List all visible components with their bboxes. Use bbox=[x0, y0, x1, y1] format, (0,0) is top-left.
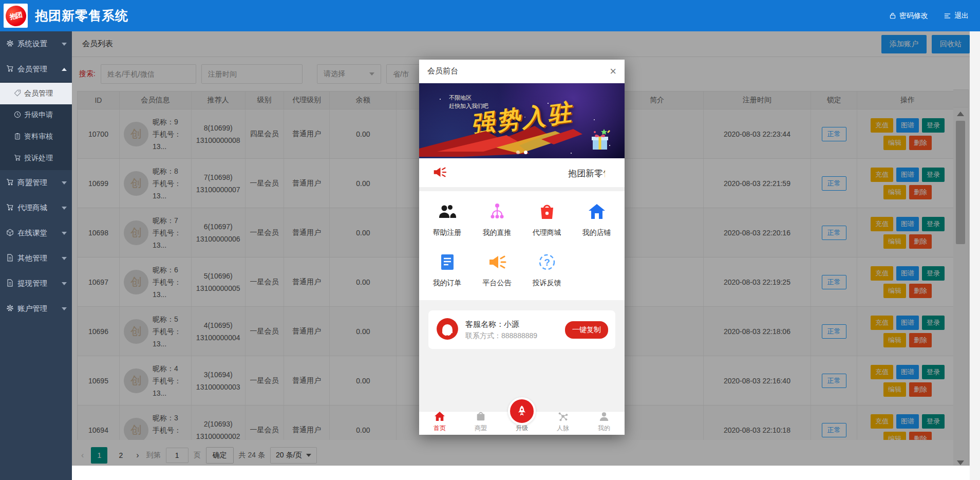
network-icon bbox=[487, 201, 507, 224]
promo-banner[interactable]: 不限地区 赶快加入我们吧 强势入驻 bbox=[419, 83, 625, 158]
shopping-bag-icon bbox=[475, 411, 486, 423]
modal-bottom-nav: 首页 商盟 升级 人脉 我的 bbox=[419, 411, 625, 435]
sidebar-item-withdrawal-management[interactable]: 提现管理 bbox=[0, 271, 72, 296]
sidebar: 系统设置 会员管理 会员管理 升级申请 资料审核 投诉处理 商盟管理 代理商城 bbox=[0, 31, 72, 480]
notice-text: 抱团新零售系统 bbox=[568, 168, 605, 179]
sidebar-subitem-data-review[interactable]: 资料审核 bbox=[0, 126, 72, 147]
sidebar-item-member-management[interactable]: 会员管理 bbox=[0, 57, 72, 82]
close-icon[interactable]: × bbox=[610, 66, 616, 77]
nav-item-alliance[interactable]: 商盟 bbox=[460, 412, 501, 435]
cart-icon bbox=[6, 204, 14, 213]
change-password-button[interactable]: 密码修改 bbox=[889, 11, 928, 21]
sidebar-subitem-complaint-handling[interactable]: 投诉处理 bbox=[0, 147, 72, 169]
menu-label: 平台公告 bbox=[483, 279, 512, 288]
menu-item-my-direct-push[interactable]: 我的直推 bbox=[472, 201, 522, 237]
sidebar-label: 系统设置 bbox=[17, 39, 47, 49]
change-password-label: 密码修改 bbox=[899, 11, 928, 21]
question-mark-icon: ? bbox=[537, 252, 557, 274]
app-header: 抱团 抱团新零售系统 密码修改 退出 bbox=[0, 0, 980, 31]
sidebar-item-system-settings[interactable]: 系统设置 bbox=[0, 31, 72, 57]
cart-icon bbox=[6, 178, 14, 188]
page-scrollbar-track[interactable] bbox=[970, 31, 980, 480]
file-icon bbox=[6, 254, 14, 263]
sidebar-item-alliance-management[interactable]: 商盟管理 bbox=[0, 170, 72, 195]
menu-item-help-register[interactable]: 帮助注册 bbox=[422, 201, 472, 237]
cart-icon bbox=[6, 65, 14, 74]
shopping-bag-icon bbox=[537, 201, 557, 224]
chevron-down-icon bbox=[62, 181, 67, 184]
menu-item-my-shop[interactable]: 我的店铺 bbox=[572, 201, 621, 237]
logout-label: 退出 bbox=[954, 11, 969, 21]
menu-item-platform-announcement[interactable]: 平台公告 bbox=[472, 252, 522, 288]
quick-menu: 帮助注册 我的直推 代理商城 我的店铺 我的订单 平台公告 ? 投诉反馈 bbox=[419, 191, 625, 300]
member-frontend-modal: 会员前台 × 不限地区 赶快加入我们吧 强势入驻 抱团新零售系统 bbox=[419, 60, 625, 435]
network-nodes-icon bbox=[557, 411, 569, 423]
chevron-down-icon bbox=[62, 232, 67, 235]
tag-icon bbox=[14, 89, 21, 98]
nav-label: 我的 bbox=[598, 424, 610, 433]
people-group-icon bbox=[437, 201, 458, 224]
app-title: 抱团新零售系统 bbox=[35, 7, 128, 24]
sidebar-label: 提现管理 bbox=[17, 279, 47, 288]
menu-item-complaint-feedback[interactable]: ? 投诉反馈 bbox=[522, 252, 572, 288]
sidebar-sublabel: 资料审核 bbox=[24, 132, 53, 141]
divider bbox=[419, 187, 625, 191]
home-icon bbox=[587, 201, 607, 224]
sidebar-item-other-management[interactable]: 其他管理 bbox=[0, 246, 72, 271]
bottom-band bbox=[72, 466, 980, 480]
sidebar-subitem-member-management[interactable]: 会员管理 bbox=[0, 83, 72, 104]
person-icon bbox=[598, 411, 610, 423]
sidebar-label: 在线课堂 bbox=[17, 228, 47, 238]
gear-icon bbox=[6, 40, 14, 49]
svg-text:?: ? bbox=[544, 257, 550, 268]
sidebar-label: 会员管理 bbox=[17, 64, 47, 74]
lock-icon bbox=[889, 12, 896, 20]
notice-marquee: 抱团新零售系统 bbox=[456, 167, 605, 179]
nav-item-network[interactable]: 人脉 bbox=[542, 412, 583, 435]
service-contact: 888888889 bbox=[501, 331, 537, 340]
gift-box-decoration bbox=[589, 128, 611, 153]
sidebar-label: 商盟管理 bbox=[17, 178, 47, 188]
logout-icon bbox=[944, 12, 951, 20]
logout-button[interactable]: 退出 bbox=[944, 11, 969, 21]
chevron-up-icon bbox=[62, 68, 67, 71]
nav-label: 首页 bbox=[434, 424, 446, 433]
chevron-down-icon bbox=[62, 257, 67, 260]
headset-icon bbox=[436, 317, 459, 342]
nav-label: 人脉 bbox=[557, 424, 569, 433]
megaphone-icon bbox=[487, 252, 507, 274]
sidebar-sublabel: 升级申请 bbox=[24, 110, 53, 120]
customer-service-card: 客服名称：小源 联系方式：888888889 一键复制 bbox=[428, 310, 615, 349]
cube-icon bbox=[6, 229, 14, 238]
sidebar-sublabel: 会员管理 bbox=[24, 89, 53, 98]
one-click-copy-button[interactable]: 一键复制 bbox=[565, 321, 608, 339]
nav-item-home[interactable]: 首页 bbox=[419, 412, 460, 435]
chevron-down-icon bbox=[62, 43, 67, 46]
nav-item-profile[interactable]: 我的 bbox=[583, 412, 625, 435]
menu-label: 代理商城 bbox=[533, 228, 561, 237]
carousel-dot[interactable] bbox=[516, 151, 520, 154]
notice-bar: 抱团新零售系统 bbox=[419, 158, 625, 187]
cart-icon bbox=[14, 154, 21, 163]
logo-text: 抱团 bbox=[4, 4, 28, 28]
sidebar-item-online-classroom[interactable]: 在线课堂 bbox=[0, 220, 72, 246]
sidebar-subitem-upgrade-request[interactable]: 升级申请 bbox=[0, 104, 72, 126]
sidebar-item-agent-mall[interactable]: 代理商城 bbox=[0, 195, 72, 220]
sidebar-item-account-management[interactable]: 账户管理 bbox=[0, 296, 72, 321]
chevron-down-icon bbox=[62, 207, 67, 210]
menu-item-agent-mall[interactable]: 代理商城 bbox=[522, 201, 572, 237]
modal-title: 会员前台 bbox=[427, 66, 458, 76]
sidebar-sublabel: 投诉处理 bbox=[24, 154, 53, 163]
menu-item-my-orders[interactable]: 我的订单 bbox=[422, 252, 472, 288]
carousel-dot-active[interactable] bbox=[524, 151, 527, 154]
nav-item-upgrade[interactable]: 升级 bbox=[501, 412, 542, 435]
menu-label: 我的订单 bbox=[433, 279, 462, 288]
home-icon bbox=[434, 411, 445, 423]
menu-label: 帮助注册 bbox=[433, 228, 462, 237]
upgrade-rocket-icon[interactable] bbox=[508, 397, 536, 425]
file-icon bbox=[6, 279, 14, 288]
speaker-icon bbox=[431, 164, 448, 181]
nav-label: 升级 bbox=[516, 424, 528, 433]
order-document-icon bbox=[437, 252, 458, 274]
modal-body: 客服名称：小源 联系方式：888888889 一键复制 bbox=[419, 300, 625, 411]
